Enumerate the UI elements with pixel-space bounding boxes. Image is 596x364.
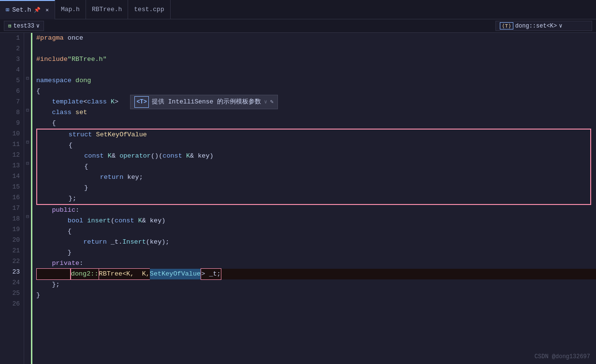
code-line-18: bool insert ( const K & key) <box>36 216 596 226</box>
line-5: 5 <box>2 75 20 86</box>
tab-seth[interactable]: ⊞ Set.h 📌 ✕ <box>0 0 55 19</box>
tab-maph[interactable]: Map.h <box>55 0 86 19</box>
include-keyword: #include <box>36 54 68 65</box>
code-line-9: { <box>36 118 596 129</box>
code-line-16: }; <box>37 193 590 204</box>
breadcrumb-right-icon: ⟨T⟩ <box>500 22 513 29</box>
line-19: 19 <box>2 224 20 235</box>
line-16: 16 <box>2 192 20 203</box>
code-line-20: return _t. Insert (key); <box>36 237 596 248</box>
line-24: 24 <box>2 277 20 288</box>
pin-icon: 📌 <box>34 7 41 13</box>
line-15: 15 <box>2 182 20 192</box>
code-line-2 <box>36 44 596 54</box>
editor-area: 1 2 3 4 5 6 7 8 9 10 11 12 13 14 15 16 1… <box>0 33 596 364</box>
line-13: 13 <box>2 160 20 171</box>
breadcrumb-right-area: ⟨T⟩ dong::set<K> ∨ <box>495 21 592 31</box>
tab-seth-label: Set.h <box>12 6 31 14</box>
breadcrumb-bar: ⊞ test33 ∨ ⟨T⟩ dong::set<K> ∨ <box>0 19 596 33</box>
line-7: 7 <box>2 97 20 107</box>
tab-testcpp-label: test.cpp <box>134 6 164 13</box>
code-line-6: { <box>36 86 596 97</box>
code-line-5: namespace dong <box>36 75 596 86</box>
breadcrumb-right[interactable]: ⟨T⟩ dong::set<K> ∨ <box>495 21 592 31</box>
code-line-11: { <box>37 140 590 151</box>
intellisense-tooltip[interactable]: <T> 提供 IntelliSense 的示例模板参数 ∨ ✎ <box>130 95 278 109</box>
intellisense-arrow: ∨ <box>264 97 267 107</box>
code-lines-container: #pragma once #include"RBTree.h" namespac… <box>36 33 596 311</box>
breadcrumb-left[interactable]: ⊞ test33 ∨ <box>4 21 44 31</box>
tab-testcpp[interactable]: test.cpp <box>128 0 170 19</box>
code-line-26 <box>36 301 596 311</box>
line-10: 10 <box>2 129 20 139</box>
line-12: 12 <box>2 150 20 160</box>
tab-rbtreeh-label: RBTree.h <box>92 6 122 13</box>
intellisense-t-icon: <T> <box>134 96 149 108</box>
line-9: 9 <box>2 118 20 129</box>
breadcrumb-left-icon: ⊞ <box>8 23 12 29</box>
tab-maph-label: Map.h <box>61 6 80 13</box>
collapse-btn-10[interactable]: ⊟ <box>25 139 30 145</box>
line-17: 17 <box>2 203 20 214</box>
breadcrumb-right-arrow: ∨ <box>559 22 562 29</box>
tab-bar: ⊞ Set.h 📌 ✕ Map.h RBTree.h test.cpp <box>0 0 596 19</box>
tab-seth-close[interactable]: ✕ <box>45 7 49 13</box>
code-line-7: template < class K > <T> 提供 IntelliSense… <box>36 97 596 107</box>
code-line-14: return key; <box>37 172 590 183</box>
line-21: 21 <box>2 246 20 256</box>
fold-column: ⊟ ⊟ ⊟ ⊟ ⊟ <box>24 33 31 364</box>
line-4: 4 <box>2 65 20 75</box>
code-line-19: { <box>36 226 596 237</box>
code-line-1: #pragma once <box>36 33 596 44</box>
line-25: 25 <box>2 288 20 299</box>
code-line-3: #include"RBTree.h" <box>36 54 596 65</box>
line-number-gutter: 1 2 3 4 5 6 7 8 9 10 11 12 13 14 15 16 1… <box>0 33 24 364</box>
collapse-btn-8[interactable]: ⊟ <box>25 107 30 113</box>
collapse-btn-18[interactable]: ⊟ <box>25 214 30 219</box>
line-18: 18 <box>2 214 20 224</box>
code-line-21: } <box>36 248 596 258</box>
red-box-highlight: struct SetKeyOfValue { const K & <box>36 129 591 205</box>
code-line-8: class set <box>36 107 596 118</box>
file-icon: ⊞ <box>6 6 9 14</box>
line-23: 23 <box>2 267 20 277</box>
line-11: 11 <box>2 139 20 150</box>
code-line-4 <box>36 65 596 75</box>
pragma-keyword: #pragma <box>36 33 64 44</box>
line-14: 14 <box>2 171 20 182</box>
intellisense-text: 提供 IntelliSense 的示例模板参数 <box>152 97 261 107</box>
code-line-13: { <box>37 161 590 172</box>
watermark: CSDN @dong132697 <box>535 353 590 360</box>
tab-rbtreeh[interactable]: RBTree.h <box>86 0 128 19</box>
code-line-17: public : <box>36 205 596 216</box>
line-6: 6 <box>2 86 20 97</box>
collapse-btn-5[interactable]: ⊟ <box>25 75 30 81</box>
breadcrumb-left-arrow: ∨ <box>36 22 40 29</box>
code-line-10: struct SetKeyOfValue <box>37 130 590 140</box>
code-editor[interactable]: #pragma once #include"RBTree.h" namespac… <box>32 33 596 364</box>
code-line-12: const K & operator ()( const K & key) <box>37 151 590 161</box>
intellisense-pencil: ✎ <box>270 97 274 107</box>
breadcrumb-left-label: test33 <box>14 23 34 29</box>
line-1: 1 <box>2 33 20 44</box>
line-3: 3 <box>2 54 20 65</box>
line-20: 20 <box>2 235 20 246</box>
line-2: 2 <box>2 44 20 54</box>
code-line-22: private : <box>36 258 596 269</box>
breadcrumb-right-label: dong::set<K> <box>515 23 557 29</box>
line-26: 26 <box>2 299 20 309</box>
line-8: 8 <box>2 107 20 118</box>
collapse-btn-12[interactable]: ⊟ <box>25 160 30 166</box>
code-line-25: } <box>36 290 596 301</box>
line-22: 22 <box>2 256 20 267</box>
code-line-24: }; <box>36 279 596 290</box>
code-line-23: dong2::RBTree<K, K,SetKeyOfValue> _t; <box>36 269 596 279</box>
code-line-15: } <box>37 183 590 193</box>
